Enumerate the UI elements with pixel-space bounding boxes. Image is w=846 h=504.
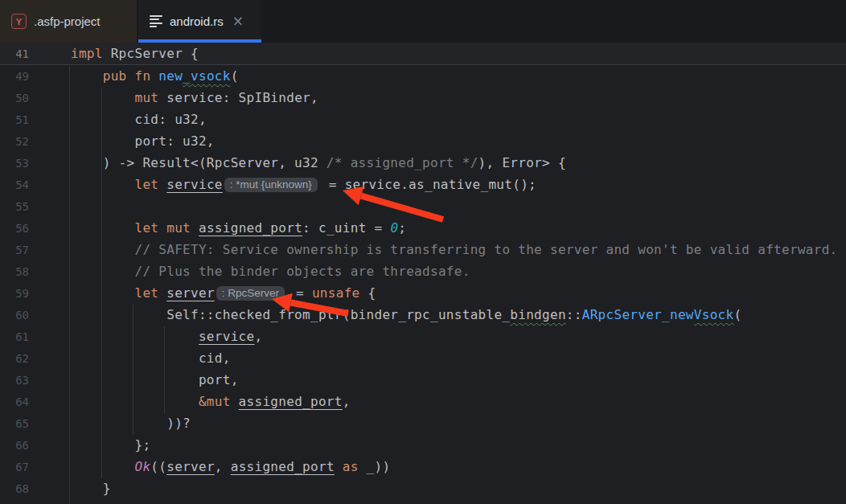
code-token xyxy=(231,394,239,409)
code-line[interactable]: 66 }; xyxy=(0,434,846,456)
code-line[interactable]: 59 let server: RpcServer = unsafe { xyxy=(0,282,846,304)
code-token xyxy=(71,285,134,301)
code-token: ARpcServer_new xyxy=(582,307,694,322)
code-line[interactable]: 60 Self::checked_from_ptr(binder_rpc_uns… xyxy=(0,304,846,326)
code-token: bindgen xyxy=(510,307,566,322)
line-number[interactable]: 68 xyxy=(0,482,71,495)
code-token: ; xyxy=(398,220,406,236)
line-number[interactable]: 59 xyxy=(0,287,71,300)
code-token xyxy=(191,220,199,236)
code-token xyxy=(71,394,199,409)
line-number[interactable]: 63 xyxy=(0,374,71,387)
code-line-text[interactable]: port: u32, xyxy=(71,133,215,149)
line-number[interactable]: 50 xyxy=(0,92,71,104)
code-line-text[interactable]: } xyxy=(71,481,111,496)
line-number[interactable]: 66 xyxy=(0,439,71,452)
line-number[interactable]: 58 xyxy=(0,265,71,278)
line-number[interactable]: 65 xyxy=(0,417,71,430)
code-line[interactable]: 51 cid: u32, xyxy=(0,109,846,130)
code-token: let xyxy=(134,220,158,236)
tab-android-rs[interactable]: android.rs × xyxy=(138,0,261,43)
code-token xyxy=(71,264,134,279)
line-number[interactable]: 61 xyxy=(0,330,71,343)
code-token: { xyxy=(360,285,376,301)
code-line[interactable]: 63 port, xyxy=(0,369,846,391)
line-number[interactable]: 53 xyxy=(0,157,71,170)
code-token: /* assigned_port */ xyxy=(326,155,478,170)
code-token xyxy=(127,68,135,84)
code-line-text[interactable]: }; xyxy=(71,437,150,453)
code-line-text[interactable]: let service: *mut {unknown} = service.as… xyxy=(71,177,536,193)
code-line-text[interactable]: // Plus the binder objects are threadsaf… xyxy=(71,264,470,279)
code-line[interactable]: 61 service, xyxy=(0,326,846,347)
code-line[interactable]: 53 ) -> Result<(RpcServer, u32 /* assign… xyxy=(0,152,846,174)
line-number[interactable]: 41 xyxy=(0,47,71,60)
code-line[interactable]: 56 let mut assigned_port: c_uint = 0; xyxy=(0,217,846,239)
code-line-text[interactable]: Self::checked_from_ptr(binder_rpc_unstab… xyxy=(71,307,741,322)
code-line[interactable]: 64 &mut assigned_port, xyxy=(0,391,846,412)
code-token: mut xyxy=(166,220,191,236)
code-token xyxy=(158,177,166,192)
code-token: : c_uint = xyxy=(302,220,390,236)
line-number[interactable]: 51 xyxy=(0,113,71,126)
line-number[interactable]: 60 xyxy=(0,309,71,322)
code-line-text[interactable]: let server: RpcServer = unsafe { xyxy=(71,285,376,301)
line-number[interactable]: 52 xyxy=(0,135,71,148)
code-line[interactable]: 67 Ok((server, assigned_port as _)) xyxy=(0,456,846,477)
line-number[interactable]: 57 xyxy=(0,244,71,256)
code-token: Self::checked_from_ptr(binder_rpc_unstab… xyxy=(71,307,510,322)
ide-window: Y .asfp-project android.rs × 41impl RpcS… xyxy=(0,0,846,504)
code-line-text[interactable]: port, xyxy=(71,372,239,387)
code-line[interactable]: 68 } xyxy=(0,477,846,499)
text-file-lines-icon xyxy=(150,15,163,27)
code-token xyxy=(71,177,134,192)
code-line[interactable]: 65 ))? xyxy=(0,412,846,434)
code-line-text[interactable]: impl RpcServer { xyxy=(71,46,199,61)
code-token: assigned_port xyxy=(199,220,302,236)
line-number[interactable]: 67 xyxy=(0,461,71,473)
code-line-text[interactable]: ))? xyxy=(71,416,191,431)
code-token: ), Error> { xyxy=(478,155,566,170)
code-token: _vsock xyxy=(183,68,231,84)
code-line[interactable]: 52 port: u32, xyxy=(0,130,846,152)
code-line[interactable]: 57 // SAFETY: Service ownership is trans… xyxy=(0,239,846,260)
code-line[interactable]: 50 mut service: SpIBinder, xyxy=(0,87,846,109)
line-number[interactable]: 49 xyxy=(0,70,71,83)
tab-close-icon[interactable]: × xyxy=(232,14,244,28)
line-number[interactable]: 54 xyxy=(0,178,71,191)
code-token: new xyxy=(158,68,183,84)
line-number[interactable]: 56 xyxy=(0,222,71,235)
code-line[interactable]: 49 pub fn new_vsock( xyxy=(0,65,846,87)
code-token: , xyxy=(254,329,262,344)
code-token: service xyxy=(199,329,255,344)
code-line-text[interactable]: Ok((server, assigned_port as _)) xyxy=(71,459,390,474)
code-token xyxy=(71,68,103,84)
code-editor[interactable]: 41impl RpcServer { 49 pub fn new_vsock(5… xyxy=(0,43,846,504)
code-line-text[interactable]: // SAFETY: Service ownership is transfer… xyxy=(71,242,838,257)
line-number[interactable]: 55 xyxy=(0,200,71,213)
code-token: port: u32, xyxy=(71,133,215,149)
code-line-text[interactable]: cid, xyxy=(71,350,231,366)
sticky-scope-line[interactable]: 41impl RpcServer { xyxy=(0,43,846,65)
project-widget[interactable]: Y .asfp-project xyxy=(0,0,137,43)
code-token: service: SpIBinder, xyxy=(158,90,318,105)
code-line-text[interactable]: mut service: SpIBinder, xyxy=(71,90,318,105)
code-line-text[interactable]: service, xyxy=(71,329,262,344)
code-line[interactable]: 62 cid, xyxy=(0,347,846,369)
code-line[interactable]: 55 xyxy=(0,195,846,217)
code-token: assigned_port xyxy=(231,459,335,474)
code-line-text[interactable]: pub fn new_vsock( xyxy=(71,68,239,84)
code-token xyxy=(71,459,134,474)
code-token xyxy=(71,90,134,105)
code-line-text[interactable]: cid: u32, xyxy=(71,112,207,127)
line-number[interactable]: 62 xyxy=(0,352,71,365)
code-line[interactable]: 58 // Plus the binder objects are thread… xyxy=(0,260,846,282)
code-line[interactable]: 54 let service: *mut {unknown} = service… xyxy=(0,174,846,195)
code-line-text[interactable]: let mut assigned_port: c_uint = 0; xyxy=(71,220,406,236)
line-number[interactable]: 64 xyxy=(0,395,71,408)
type-inlay-hint[interactable]: : RpcServer xyxy=(216,286,285,301)
code-token xyxy=(150,68,158,84)
code-line-text[interactable]: ) -> Result<(RpcServer, u32 /* assigned_… xyxy=(71,155,566,170)
code-line-text[interactable]: &mut assigned_port, xyxy=(71,394,351,409)
type-inlay-hint[interactable]: : *mut {unknown} xyxy=(224,178,318,192)
